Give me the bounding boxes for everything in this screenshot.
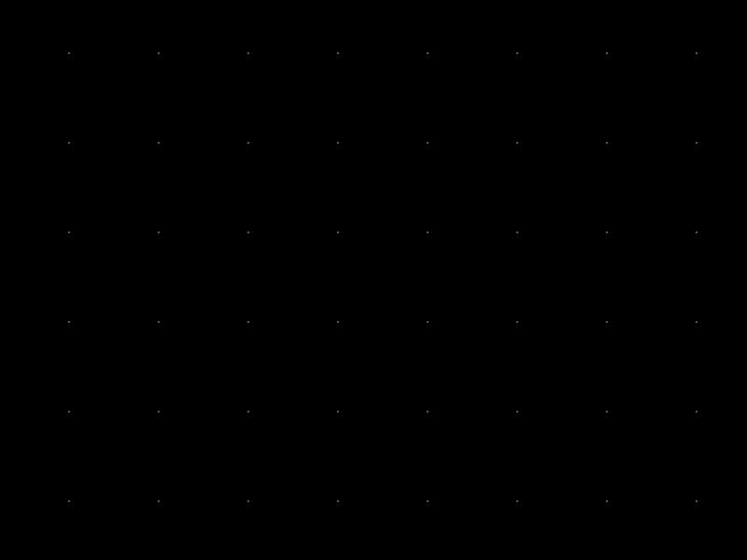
device-shapes	[0, 0, 747, 560]
layout-canvas[interactable]	[0, 0, 747, 560]
